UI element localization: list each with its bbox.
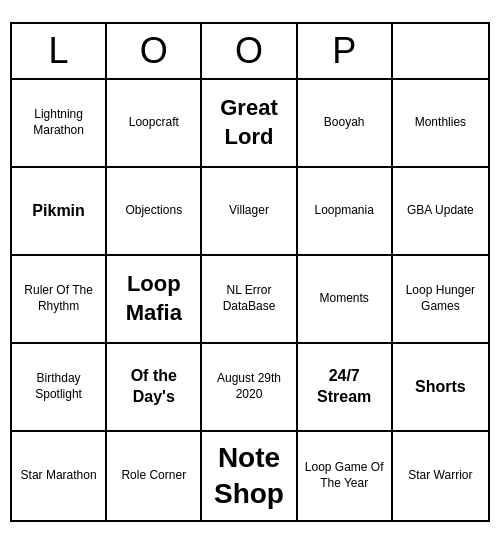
bingo-cell-7: Villager	[202, 168, 297, 256]
header-L: L	[12, 24, 107, 78]
bingo-cell-21: Role Corner	[107, 432, 202, 520]
cell-text-11: Loop Mafia	[111, 270, 196, 327]
bingo-cell-23: Loop Game Of The Year	[298, 432, 393, 520]
cell-text-24: Star Warrior	[408, 468, 472, 484]
bingo-cell-18: 24/7 Stream	[298, 344, 393, 432]
bingo-cell-10: Ruler Of The Rhythm	[12, 256, 107, 344]
cell-text-9: GBA Update	[407, 203, 474, 219]
cell-text-15: Birthday Spotlight	[16, 371, 101, 402]
cell-text-8: Loopmania	[315, 203, 374, 219]
cell-text-16: Of the Day's	[111, 366, 196, 408]
cell-text-1: Loopcraft	[129, 115, 179, 131]
cell-text-22: Note Shop	[206, 440, 291, 513]
cell-text-20: Star Marathon	[21, 468, 97, 484]
cell-text-0: Lightning Marathon	[16, 107, 101, 138]
header-O2: O	[202, 24, 297, 78]
header-O1: O	[107, 24, 202, 78]
bingo-cell-19: Shorts	[393, 344, 488, 432]
bingo-cell-17: August 29th 2020	[202, 344, 297, 432]
bingo-cell-16: Of the Day's	[107, 344, 202, 432]
bingo-grid: Lightning MarathonLoopcraftGreat LordBoo…	[12, 80, 488, 520]
bingo-cell-2: Great Lord	[202, 80, 297, 168]
bingo-cell-20: Star Marathon	[12, 432, 107, 520]
bingo-cell-12: NL Error DataBase	[202, 256, 297, 344]
header-P: P	[298, 24, 393, 78]
cell-text-7: Villager	[229, 203, 269, 219]
bingo-cell-1: Loopcraft	[107, 80, 202, 168]
bingo-cell-8: Loopmania	[298, 168, 393, 256]
bingo-cell-0: Lightning Marathon	[12, 80, 107, 168]
cell-text-17: August 29th 2020	[206, 371, 291, 402]
bingo-cell-9: GBA Update	[393, 168, 488, 256]
bingo-cell-24: Star Warrior	[393, 432, 488, 520]
cell-text-14: Loop Hunger Games	[397, 283, 484, 314]
header-blank	[393, 24, 488, 78]
cell-text-4: Monthlies	[415, 115, 466, 131]
cell-text-3: Booyah	[324, 115, 365, 131]
bingo-cell-5: Pikmin	[12, 168, 107, 256]
cell-text-12: NL Error DataBase	[206, 283, 291, 314]
bingo-cell-6: Objections	[107, 168, 202, 256]
bingo-header: L O O P	[12, 24, 488, 80]
cell-text-23: Loop Game Of The Year	[302, 460, 387, 491]
cell-text-18: 24/7 Stream	[302, 366, 387, 408]
cell-text-21: Role Corner	[121, 468, 186, 484]
cell-text-10: Ruler Of The Rhythm	[16, 283, 101, 314]
bingo-card: L O O P Lightning MarathonLoopcraftGreat…	[10, 22, 490, 522]
cell-text-5: Pikmin	[32, 201, 84, 222]
bingo-cell-14: Loop Hunger Games	[393, 256, 488, 344]
bingo-cell-3: Booyah	[298, 80, 393, 168]
cell-text-6: Objections	[125, 203, 182, 219]
bingo-cell-4: Monthlies	[393, 80, 488, 168]
cell-text-19: Shorts	[415, 377, 466, 398]
bingo-cell-22: Note Shop	[202, 432, 297, 520]
bingo-cell-11: Loop Mafia	[107, 256, 202, 344]
bingo-cell-13: Moments	[298, 256, 393, 344]
bingo-cell-15: Birthday Spotlight	[12, 344, 107, 432]
cell-text-2: Great Lord	[206, 94, 291, 151]
cell-text-13: Moments	[320, 291, 369, 307]
